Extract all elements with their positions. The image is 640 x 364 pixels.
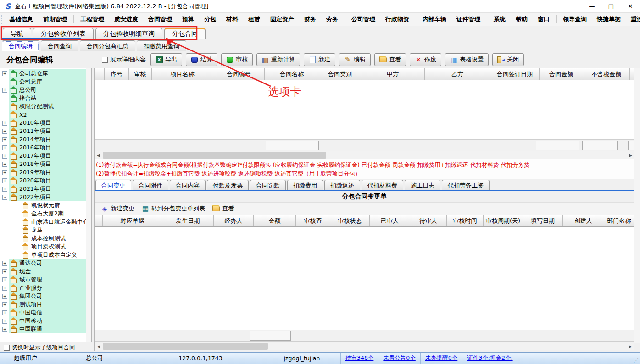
- change-order-hscrollbar[interactable]: ◀ ▶: [95, 342, 634, 350]
- tree-expand-toggle[interactable]: +: [2, 310, 7, 315]
- detail-toolbar-button[interactable]: 新建变更: [97, 203, 138, 214]
- menu-item[interactable]: 工程管理: [75, 13, 109, 25]
- window-control-button[interactable]: □: [601, 0, 621, 12]
- tree-expand-toggle[interactable]: +: [2, 162, 7, 167]
- tree-expand-toggle[interactable]: +: [2, 154, 7, 159]
- toolbar-button[interactable]: 重新计算: [256, 53, 300, 66]
- detail-tab[interactable]: 扣缴返还: [324, 180, 360, 190]
- detail-tab[interactable]: 合同附件: [133, 180, 168, 190]
- change-order-column-header[interactable]: 审核时间: [447, 215, 484, 226]
- change-order-column-header[interactable]: 待审人: [410, 215, 447, 226]
- toolbar-button[interactable]: 查看: [374, 53, 406, 66]
- tree-item[interactable]: 山东港口航运金融中心: [0, 218, 86, 226]
- contract-hscrollbar[interactable]: ◀ ▶: [95, 151, 634, 159]
- tree-item[interactable]: + 城市管理: [0, 276, 86, 284]
- contract-column-header[interactable]: 乙方: [425, 68, 490, 80]
- tree-expand-toggle[interactable]: +: [2, 294, 7, 299]
- change-order-column-header[interactable]: [95, 215, 103, 226]
- module-tab[interactable]: 分包验收明细查询: [95, 28, 162, 39]
- tree-item[interactable]: + 产业服务: [0, 284, 86, 292]
- toolbar-button[interactable]: 表格设置: [445, 53, 489, 66]
- tree-expand-toggle[interactable]: +: [2, 137, 7, 142]
- show-detail-checkbox[interactable]: [102, 57, 108, 63]
- menu-item[interactable]: 质安进度: [109, 13, 143, 25]
- menu-item[interactable]: 行政物资: [380, 13, 414, 25]
- detail-tab[interactable]: 代扣劳务工资: [442, 180, 490, 190]
- tree-item[interactable]: 项目授权测试: [0, 243, 86, 251]
- menu-item[interactable]: 帮助: [511, 13, 533, 25]
- menu-item[interactable]: 合同管理: [143, 13, 177, 25]
- detail-toolbar-button[interactable]: 查看: [209, 203, 238, 214]
- scroll-left-icon[interactable]: ◀: [95, 151, 102, 159]
- tree-expand-toggle[interactable]: +: [2, 261, 7, 266]
- menu-item[interactable]: [487, 15, 487, 23]
- change-order-column-header[interactable]: 金额: [254, 215, 296, 226]
- detail-tab[interactable]: 施工日志: [405, 180, 440, 190]
- contract-column-header[interactable]: 合同签订日期: [490, 68, 540, 80]
- tree-item[interactable]: 凯悦状元府: [0, 201, 86, 210]
- contract-column-header[interactable]: 合同类别: [319, 68, 361, 80]
- detail-tab[interactable]: 合同变更: [95, 180, 131, 190]
- tree-vertical-scrollbar[interactable]: [86, 68, 91, 342]
- tree-item[interactable]: + 集团公司: [0, 292, 86, 300]
- tree-item[interactable]: 公司总库: [0, 77, 86, 86]
- toolbar-button[interactable]: 结算: [186, 53, 217, 66]
- contract-column-header[interactable]: 序号: [105, 68, 129, 80]
- tree-item[interactable]: + 2010年项目: [0, 119, 86, 127]
- change-order-column-header[interactable]: 创建人: [563, 215, 604, 226]
- tree-item[interactable]: + 现金: [0, 267, 86, 276]
- view-tab[interactable]: 合同分包商汇总: [80, 40, 135, 51]
- window-control-button[interactable]: —: [582, 0, 601, 12]
- tree-item[interactable]: + 2014年项目: [0, 135, 86, 143]
- detail-tab[interactable]: 代扣材料费: [362, 180, 403, 190]
- menu-item[interactable]: 租赁: [243, 13, 265, 25]
- view-tab[interactable]: 合同编辑: [2, 40, 39, 51]
- tree-item[interactable]: X2: [0, 110, 86, 119]
- tree-expand-toggle[interactable]: -: [2, 195, 7, 200]
- main-vertical-scrollbar[interactable]: [634, 68, 640, 343]
- contract-column-header[interactable]: 项目名称: [152, 68, 213, 80]
- contract-column-header[interactable]: 审核: [129, 68, 152, 80]
- status-link[interactable]: 未办提醒0个: [421, 353, 462, 364]
- tree-expand-toggle[interactable]: +: [2, 170, 7, 175]
- scrollbar-thumb[interactable]: [103, 152, 326, 159]
- menu-item[interactable]: 基础信息: [4, 13, 38, 25]
- menu-item[interactable]: 公司管理: [346, 13, 380, 25]
- menu-item[interactable]: 前期管理: [38, 13, 72, 25]
- scroll-left-icon[interactable]: ◀: [95, 342, 102, 350]
- detail-tab[interactable]: 合同罚款: [250, 180, 286, 190]
- menu-item[interactable]: [73, 15, 74, 23]
- menu-item[interactable]: 窗口: [533, 13, 555, 25]
- menu-item[interactable]: 分包: [199, 13, 221, 25]
- tree-item[interactable]: + 总公司: [0, 86, 86, 94]
- tree-expand-toggle[interactable]: +: [2, 327, 7, 332]
- tree-item[interactable]: + 2020年项目: [0, 176, 86, 185]
- contract-column-header[interactable]: 甲方: [361, 68, 425, 80]
- show-detail-checkbox-wrap[interactable]: 展示详细内容: [102, 55, 146, 64]
- menu-item[interactable]: 劳务: [321, 13, 343, 25]
- contract-table-body[interactable]: [95, 80, 634, 139]
- tree-item[interactable]: 权限分配测试: [0, 102, 86, 110]
- menu-item[interactable]: 内部车辆: [417, 13, 451, 25]
- tree-expand-toggle[interactable]: +: [2, 187, 7, 192]
- window-control-button[interactable]: ✕: [621, 0, 640, 12]
- status-link[interactable]: 证件3个;押金2个;: [462, 353, 518, 364]
- tree-expand-toggle[interactable]: +: [2, 71, 7, 76]
- tree-expand-toggle[interactable]: +: [2, 286, 7, 291]
- scroll-right-icon[interactable]: ▶: [627, 342, 634, 350]
- tree-item[interactable]: 单项目成本自定义: [0, 251, 86, 259]
- tree-item[interactable]: + 2016年项目: [0, 143, 86, 152]
- module-tab[interactable]: 分包合同: [164, 28, 206, 39]
- show-child-contracts-checkbox[interactable]: [4, 345, 10, 351]
- scrollbar-thumb[interactable]: [103, 343, 268, 350]
- view-tab[interactable]: 合同查询: [41, 40, 78, 51]
- detail-tab[interactable]: 扣缴费用: [287, 180, 323, 190]
- menu-item[interactable]: 快捷单据: [592, 13, 626, 25]
- contract-column-header[interactable]: [95, 68, 105, 80]
- tree-expand-toggle[interactable]: +: [2, 145, 7, 150]
- change-order-column-header[interactable]: 审核否: [296, 215, 330, 226]
- tree-expand-toggle[interactable]: +: [2, 88, 7, 93]
- change-order-column-header[interactable]: 已审人: [370, 215, 410, 226]
- tree-item[interactable]: + 通达公司: [0, 259, 86, 267]
- tree-item[interactable]: + 2018年项目: [0, 160, 86, 168]
